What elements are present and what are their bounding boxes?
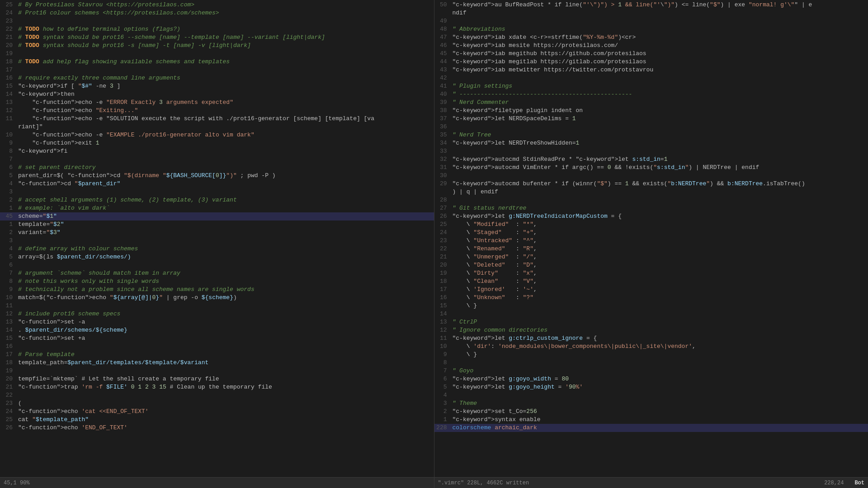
line-content: \ } xyxy=(451,302,868,310)
table-row: 17 \ 'Ignored' : '~', xyxy=(434,286,868,294)
table-row: 5"c-keyword">let g:goyo_height = '90%' xyxy=(434,383,868,391)
table-row: 5array=$(ls $parent_dir/schemes/) xyxy=(0,253,434,261)
line-content: colorscheme archaic_dark xyxy=(451,424,868,432)
line-content: "c-function">exit 1 xyxy=(16,139,434,147)
table-row: 6 xyxy=(0,261,434,269)
line-number: 8 xyxy=(0,147,16,155)
line-content: # TODO add help flag showing available s… xyxy=(16,58,434,66)
table-row: 14 xyxy=(434,310,868,318)
table-row: 25cat "$template_path" xyxy=(0,416,434,424)
table-row: 23 \ "Untracked" : "^", xyxy=(434,237,868,245)
line-number: 32 xyxy=(434,155,451,164)
line-number: 6 xyxy=(0,261,16,269)
line-number: 50 xyxy=(434,1,451,9)
table-row: 4"c-function">cd "$parent_dir" xyxy=(0,180,434,188)
line-content: \ "Unmerged" : "/", xyxy=(451,253,868,261)
line-content: "c-keyword">iab mesite https://protesila… xyxy=(451,42,868,50)
line-content: \ "Staged" : "+", xyxy=(451,229,868,237)
table-row: 11"c-keyword">let g:ctrlp_custom_ignore … xyxy=(434,334,868,343)
line-number xyxy=(434,9,451,17)
line-number: 9 xyxy=(434,351,451,359)
line-number: 18 xyxy=(0,58,16,66)
table-row: 2variant="$3" xyxy=(0,229,434,237)
table-row: 16 \ "Unknown" : "?" xyxy=(434,294,868,302)
line-number: 5 xyxy=(0,172,16,180)
line-number: 30 xyxy=(434,172,451,180)
line-content: "c-keyword">autocmd VimEnter * if argc()… xyxy=(451,164,868,172)
table-row: 49 xyxy=(434,17,868,25)
line-number: 10 xyxy=(0,131,16,139)
line-content: # define array with colour schemes xyxy=(16,245,434,253)
table-row: 50"c-keyword">au BufReadPost * if line("… xyxy=(434,1,868,9)
line-content: " Plugin settings xyxy=(451,82,868,90)
table-row: 9 "c-function">exit 1 xyxy=(0,139,434,147)
line-number: 31 xyxy=(434,164,451,172)
table-row: 6# set parent directory xyxy=(0,164,434,172)
line-content: ndif xyxy=(451,9,868,17)
line-number: 13 xyxy=(434,318,451,326)
line-number: 20 xyxy=(0,42,16,50)
line-number: 11 xyxy=(0,115,16,123)
line-content: # Prot16 colour schemes <https://protesi… xyxy=(16,9,434,17)
line-number: 17 xyxy=(434,286,451,294)
line-number: 7 xyxy=(434,367,451,375)
right-status-filename: ".vimrc" 228L, 4662C written xyxy=(438,480,529,486)
line-content: "c-keyword">if [ "$#" -ne 3 ] xyxy=(16,82,434,90)
line-content: "c-function">echo -e "ERROR Exactly 3 ar… xyxy=(16,99,434,107)
line-content: # require exactly three command line arg… xyxy=(16,74,434,82)
line-number: 1 xyxy=(0,204,16,212)
table-row: 36 xyxy=(434,123,868,131)
line-number: 1 xyxy=(434,416,451,424)
table-row: 30 xyxy=(434,172,868,180)
table-row: 18 \ "Clean" : "V", xyxy=(434,277,868,286)
line-number: 25 xyxy=(434,221,451,229)
line-number: 3 xyxy=(0,188,16,196)
line-content: "c-keyword">let g:NERDTreeIndicatorMapCu… xyxy=(451,212,868,221)
line-number xyxy=(434,188,451,196)
line-content: \ "Renamed" : "R", xyxy=(451,245,868,253)
line-content xyxy=(451,123,868,131)
line-number: 26 xyxy=(434,212,451,221)
line-number: 12 xyxy=(0,310,16,318)
table-row: 1"c-keyword">syntax enable xyxy=(434,416,868,424)
line-number: 48 xyxy=(434,25,451,33)
line-number: 25 xyxy=(0,1,16,9)
line-number: 27 xyxy=(434,204,451,212)
line-number: 14 xyxy=(434,310,451,318)
line-number: 18 xyxy=(0,359,16,367)
line-content: "c-keyword">iab metwitter https://twitte… xyxy=(451,66,868,74)
table-row: 3 xyxy=(0,188,434,196)
line-number: 17 xyxy=(0,66,16,74)
line-content: "c-keyword">fi xyxy=(16,147,434,155)
table-row: 47"c-keyword">iab xdate <c-r>=strftime("… xyxy=(434,33,868,42)
line-number: 7 xyxy=(0,155,16,164)
line-content: "c-keyword">iab megitlab https://gitlab.… xyxy=(451,58,868,66)
table-row: 26"c-keyword">let g:NERDTreeIndicatorMap… xyxy=(434,212,868,221)
line-number: 4 xyxy=(0,245,16,253)
table-row: 6"c-keyword">let g:goyo_width = 80 xyxy=(434,375,868,383)
table-row: 2# accept shell arguments (1) scheme, (2… xyxy=(0,196,434,204)
line-content: "c-function">cd "$parent_dir" xyxy=(16,180,434,188)
line-content xyxy=(16,188,434,196)
line-content: parent_dir=$( "c-function">cd "$(dirname… xyxy=(16,172,434,180)
table-row: 24 \ "Staged" : "+", xyxy=(434,229,868,237)
table-row: 1# example: `alto vim dark` xyxy=(0,204,434,212)
line-number: 20 xyxy=(434,261,451,269)
line-number: 12 xyxy=(434,326,451,334)
table-row: 2"c-keyword">set t_Co=256 xyxy=(434,408,868,416)
line-content: "c-keyword">let g:goyo_width = 80 xyxy=(451,375,868,383)
line-content: " Theme xyxy=(451,399,868,408)
line-number: 4 xyxy=(434,391,451,399)
table-row: 16# require exactly three command line a… xyxy=(0,74,434,82)
line-number: 22 xyxy=(0,391,16,399)
line-content xyxy=(451,17,868,25)
table-row: 31"c-keyword">autocmd VimEnter * if argc… xyxy=(434,164,868,172)
line-content: array=$(ls $parent_dir/schemes/) xyxy=(16,253,434,261)
line-number: 45 xyxy=(434,50,451,58)
line-number: 16 xyxy=(0,343,16,351)
line-number: 16 xyxy=(0,74,16,82)
table-row: 15"c-function">set +a xyxy=(0,334,434,343)
right-status-position: 228,24 xyxy=(824,480,844,486)
table-row: 40" ------------------------------------… xyxy=(434,90,868,99)
line-content xyxy=(16,343,434,351)
